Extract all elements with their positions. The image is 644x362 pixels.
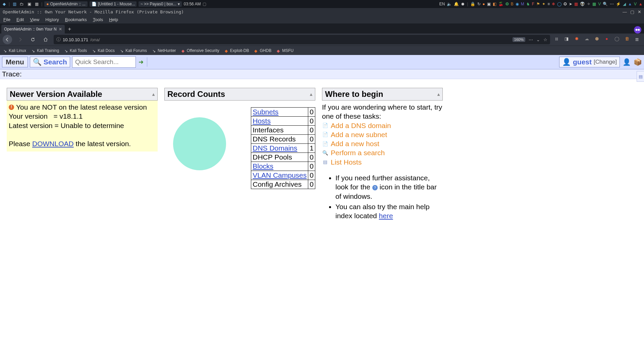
tray-app-icon-12[interactable]: ✱ [552,2,555,6]
tray-app-icon-10[interactable]: ✦ [542,2,545,6]
ext-icon-2[interactable]: ☁ [584,36,590,43]
collapse-icon[interactable]: ▴ [437,92,440,97]
bookmark-kali-forums[interactable]: ↘Kali Forums [120,48,147,53]
tray-app-icon-4[interactable]: B [511,2,514,6]
ext-icon-1[interactable]: ✺ [574,36,580,43]
tray-app-icon-15[interactable]: ➤ [569,2,572,6]
window-minimize-button[interactable]: — [623,9,627,14]
tray-app-icon-9[interactable]: ⚑ [536,2,540,6]
delete-icon[interactable]: 🗑 [624,36,630,43]
files-icon[interactable]: ▥ [12,1,17,7]
tray-app-icon-27[interactable]: ▲ [639,2,643,6]
taskbar-item-mousepad[interactable]: 📄[Untitled 1 - Mouse...▾ [90,1,137,7]
download-link[interactable]: DOWNLOAD [32,140,74,147]
tray-app-icon-25[interactable]: ▲ [628,2,632,6]
ona-user-box[interactable]: 👤 guest [Change] [559,57,620,67]
tray-app-icon-14[interactable]: ✪ [564,2,567,6]
window-maximize-button[interactable]: ▢ [630,9,634,14]
nav-back-button[interactable] [3,35,12,44]
tray-app-icon-3[interactable]: ❂ [505,2,509,6]
tray-lock-icon[interactable]: 🔒 [470,2,475,6]
bookmark-star-icon[interactable]: ☆ [543,37,547,42]
tray-app-icon-19[interactable]: ▩ [592,2,596,6]
window-close-button[interactable]: ✕ [638,9,641,14]
record-link[interactable]: VLAN Campuses [253,171,307,179]
tray-app-icon-5[interactable]: ◉ [516,2,519,6]
begin-task-link[interactable]: Add a new host [331,139,379,148]
begin-task-link[interactable]: List Hosts [331,158,362,167]
tray-app-icon-20[interactable]: V [598,2,601,6]
pocket-icon[interactable]: ⌄ [536,37,540,42]
nav-reload-button[interactable] [28,35,38,44]
begin-task-link[interactable]: Perform a search [331,148,385,157]
workspace-icon[interactable]: ▦ [34,1,39,7]
menu-edit[interactable]: Edit [16,17,24,22]
quick-search-input[interactable] [72,56,136,68]
record-link[interactable]: Blocks [253,162,273,170]
folder-icon[interactable]: 🗀 [19,1,24,7]
zoom-badge[interactable]: 160% [513,37,525,42]
taskbar-item-terminal[interactable]: ~ >> Payas0 | box...▾ [139,1,182,7]
bookmark-kali-tools[interactable]: ↘Kali Tools [64,48,87,53]
ona-search-button[interactable]: 🔍 Search [30,57,70,67]
bookmark-nethunter[interactable]: ↘NetHunter [152,48,176,53]
tray-firefox-icon[interactable]: ● [483,2,485,6]
menu-bookmarks[interactable]: Bookmarks [65,17,87,22]
collapse-icon[interactable]: ▴ [310,92,312,97]
toolbar-person-icon[interactable]: 👤 [623,58,631,66]
tray-app-icon-24[interactable]: ◢ [623,2,626,6]
tray-app-icon-21[interactable]: 🔍 [603,2,608,6]
tray-app-icon-16[interactable]: ▦ [574,2,578,6]
tray-square-icon[interactable]: ▢ [203,2,206,6]
tab-close-icon[interactable]: ✕ [59,27,62,32]
menu-file[interactable]: File [3,17,10,22]
nav-home-button[interactable] [41,35,50,44]
bookmark-kali-linux[interactable]: ↘Kali Linux [3,48,26,53]
user-change-link[interactable]: [Change] [594,59,617,65]
record-link[interactable]: DNS Domains [253,144,297,152]
url-bar[interactable]: ⓘ 10.10.10.171/ona/ 160% ⋯ ⌄ ☆ [54,35,550,44]
tray-app-icon-8[interactable]: F [532,2,534,6]
menu-history[interactable]: History [45,17,59,22]
account-icon[interactable]: ◯ [614,36,620,43]
ext-icon-4[interactable]: ● [604,36,610,43]
kali-menu-icon[interactable]: ◆ [1,1,7,7]
new-tab-button[interactable]: + [65,25,74,34]
tray-app-icon-22[interactable]: ⋯ [610,2,614,6]
begin-task-link[interactable]: Add a new subnet [331,130,387,139]
tray-app-icon-1[interactable]: ◧ [493,2,496,6]
menu-help[interactable]: Help [109,17,118,22]
tray-bell-icon[interactable]: 🔔 [454,2,459,6]
bookmark-offsec[interactable]: ◆Offensive Security [181,48,219,53]
bookmark-kali-docs[interactable]: ↘Kali Docs [92,48,115,53]
begin-task-link[interactable]: Add a DNS domain [331,121,391,130]
tray-app-icon-26[interactable]: V [634,2,637,6]
browser-tab-active[interactable]: OpenNetAdmin :: 0wn Your N ✕ [1,25,65,34]
record-link[interactable]: Subnets [253,108,278,116]
collapse-icon[interactable]: ▴ [152,92,155,97]
firefox-menu-button[interactable]: ≡ [634,36,640,43]
tray-app-icon-7[interactable]: ♞ [526,2,530,6]
sidebar-icon[interactable]: ◨ [564,36,570,43]
tray-app-icon-23[interactable]: ⚡ [616,2,621,6]
bookmark-ghdb[interactable]: ◆GHDB [254,48,271,53]
tray-app-icon-18[interactable]: ✧ [587,2,590,6]
tray-app-icon-2[interactable]: 🍒 [498,2,503,6]
tray-refresh-icon[interactable]: ↻ [477,2,481,6]
tray-app-icon-11[interactable]: ≡ [547,2,550,6]
site-info-icon[interactable]: ⓘ [56,37,61,43]
record-link[interactable]: Hosts [253,117,271,125]
tray-volume-icon[interactable]: 🔈 [447,2,452,6]
page-actions-icon[interactable]: ⋯ [529,37,533,42]
tray-app-icon-13[interactable]: ◯ [557,2,561,6]
library-icon[interactable]: ⫼ [553,36,559,43]
menu-tools[interactable]: Tools [93,17,103,22]
ona-menu-button[interactable]: Menu [2,57,28,67]
side-tab[interactable]: ▤ [637,71,644,82]
bookmark-msfu[interactable]: ◆MSFU [277,48,293,53]
help-index-link[interactable]: here [379,212,393,220]
tray-lang[interactable]: EN [439,2,445,6]
nav-forward-button[interactable] [15,35,25,44]
quick-search-go-icon[interactable]: ➜ [139,58,144,66]
ext-icon-3[interactable]: ⬢ [594,36,600,43]
